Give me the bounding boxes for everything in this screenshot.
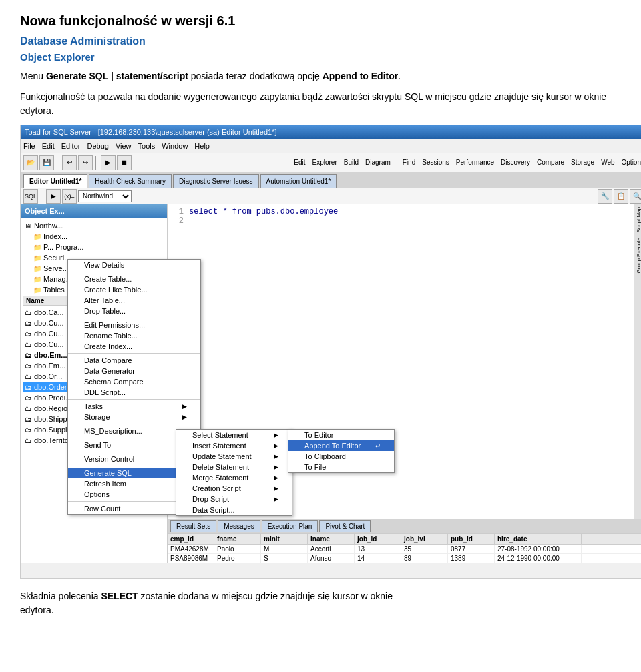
obj-item-region[interactable]: 🗂 dbo.Region bbox=[23, 403, 164, 414]
screenshot: Toad for SQL Server - [192.168.230.133\q… bbox=[20, 125, 641, 579]
toolbar-open[interactable]: 📂 bbox=[23, 155, 38, 170]
obj-item-securi[interactable]: 📁 Securi... bbox=[33, 252, 164, 263]
table-icon-9: 🗂 bbox=[23, 393, 33, 402]
obj-item-suppliers[interactable]: 🗂 dbo.Suppliers bbox=[23, 424, 164, 435]
obj-label-shippers: dbo.Shippers bbox=[34, 415, 77, 423]
obj-item-products[interactable]: 🗂 dbo.Products bbox=[23, 392, 164, 403]
group-execute-label: Group Execute bbox=[634, 235, 641, 276]
grid-row-1: PMA42628M Paolo M Accorti 13 35 0877 27-… bbox=[168, 545, 641, 554]
menu-debug[interactable]: Debug bbox=[87, 142, 108, 150]
tab-messages[interactable]: Messages bbox=[218, 520, 260, 532]
obj-item-cu3[interactable]: 🗂 dbo.Cu... bbox=[23, 339, 164, 350]
footer-content: Składnia polecenia SELECT zostanie dodan… bbox=[20, 591, 393, 601]
obj-item-orders[interactable]: 🗂 dbo.Orders bbox=[23, 382, 164, 392]
obj-label-orders: dbo.Orders bbox=[34, 383, 71, 391]
tab-execution-plan[interactable]: Execution Plan bbox=[262, 520, 318, 532]
obj-label-em1: dbo.Em... bbox=[34, 351, 67, 359]
toolbar2-btn1[interactable]: SQL bbox=[23, 189, 38, 204]
obj-item-em2[interactable]: 🗂 dbo.Em... bbox=[23, 360, 164, 371]
footer-text: Składnia polecenia SELECT zostanie dodan… bbox=[20, 589, 621, 617]
obj-item-serve[interactable]: 📁 Serve... bbox=[33, 263, 164, 274]
tab-automation[interactable]: Automation Untitled1* bbox=[260, 174, 337, 188]
obj-label-cu1: dbo.Cu... bbox=[34, 319, 64, 327]
obj-item-ca[interactable]: 🗂 dbo.Ca... bbox=[23, 307, 164, 318]
obj-item-em1[interactable]: 🗂 dbo.Em... bbox=[23, 350, 164, 360]
server-icon: 🖥 bbox=[23, 221, 33, 230]
obj-item-index[interactable]: 📁 Index... bbox=[33, 231, 164, 242]
menu-edit[interactable]: Edit bbox=[42, 142, 55, 150]
menu-file[interactable]: File bbox=[23, 142, 35, 150]
toolbar-label-edit: Edit bbox=[294, 159, 305, 166]
obj-item-cu2[interactable]: 🗂 dbo.Cu... bbox=[23, 328, 164, 339]
toolbar-stop[interactable]: ⏹ bbox=[117, 155, 132, 170]
tab-pivot-chart[interactable]: Pivot & Chart bbox=[319, 520, 371, 532]
tab-healthcheck[interactable]: Health Check Summary bbox=[89, 174, 172, 188]
table-icon-12: 🗂 bbox=[23, 425, 33, 434]
cell-hiredate-1: 27-08-1992 00:00:00 bbox=[495, 545, 582, 553]
toolbar-label-storage: Storage bbox=[571, 159, 594, 166]
obj-item-tables[interactable]: 📁 Tables bbox=[33, 284, 164, 295]
description1-rest: posiada teraz dodatkową opcję Append to … bbox=[191, 71, 401, 81]
tab-editor[interactable]: Editor Untitled1* bbox=[23, 174, 87, 188]
section-title: Database Administration bbox=[20, 35, 621, 47]
menu-view[interactable]: View bbox=[116, 142, 132, 150]
obj-item-progra[interactable]: 📁 P... Progra... bbox=[33, 242, 164, 252]
menu-editor[interactable]: Editor bbox=[61, 142, 81, 150]
obj-label-territories: dbo.Territories bbox=[34, 436, 81, 444]
obj-item-cu1[interactable]: 🗂 dbo.Cu... bbox=[23, 318, 164, 328]
tab-result-sets[interactable]: Result Sets bbox=[170, 520, 216, 532]
cell-lname-1: Accorti bbox=[308, 545, 355, 553]
toolbar-run[interactable]: ▶ bbox=[101, 155, 116, 170]
cell-fname-2: Pedro bbox=[214, 554, 261, 563]
folder-icon-2: 📁 bbox=[33, 242, 42, 252]
toolbar2-btn2[interactable]: ▶ bbox=[46, 189, 61, 204]
toolbar-label-build: Build bbox=[344, 159, 359, 166]
folder-icon-3: 📁 bbox=[33, 253, 42, 262]
obj-item-or1[interactable]: 🗂 dbo.Or... bbox=[23, 371, 164, 382]
script-map-label: Script Map bbox=[634, 204, 641, 235]
generate-sql-bold: Generate SQL | statement/script bbox=[46, 71, 188, 81]
cell-jobid-2: 14 bbox=[355, 554, 401, 563]
cell-pubid-1: 0877 bbox=[448, 545, 495, 553]
toolbar2-icon2[interactable]: 📋 bbox=[614, 189, 628, 204]
cell-fname-1: Paolo bbox=[214, 545, 261, 553]
folder-icon-5: 📁 bbox=[33, 274, 42, 284]
table-icon-6: 🗂 bbox=[23, 361, 33, 370]
menu-tools[interactable]: Tools bbox=[138, 142, 156, 150]
menu-window[interactable]: Window bbox=[162, 142, 188, 150]
col-name: Name bbox=[26, 297, 44, 304]
toolbar-undo[interactable]: ↩ bbox=[62, 155, 77, 170]
db-selector[interactable]: Northwind bbox=[78, 190, 132, 202]
toolbar2-icon3[interactable]: 🔍 bbox=[630, 189, 641, 204]
obj-item-manag[interactable]: 📁 Manag... bbox=[33, 274, 164, 284]
toolbar-redo[interactable]: ↪ bbox=[78, 155, 93, 170]
footer-select-bold: SELECT bbox=[101, 591, 138, 601]
obj-item-territories[interactable]: 🗂 dbo.Territories bbox=[23, 435, 164, 446]
menu-help[interactable]: Help bbox=[194, 142, 210, 150]
folder-icon-tables: 📁 bbox=[33, 285, 42, 294]
toolbar2-btn3[interactable]: (x)= bbox=[62, 189, 77, 204]
table-icon-2: 🗂 bbox=[23, 318, 33, 328]
obj-label-index: Index... bbox=[43, 232, 67, 240]
obj-tree: 🖥 Northw... 📁 Index... 📁 P... Progra... … bbox=[21, 218, 167, 448]
obj-label-northw: Northw... bbox=[34, 222, 63, 230]
toolbar-label-diagram: Diagram bbox=[365, 159, 391, 166]
obj-item-northw[interactable]: 🖥 Northw... bbox=[23, 220, 164, 231]
obj-explorer-header: Object Ex... bbox=[21, 204, 167, 218]
toolbar-label-performance: Performance bbox=[456, 159, 494, 166]
tab-diagnostic[interactable]: Diagnostic Server Isuess bbox=[173, 174, 259, 188]
cell-lname-2: Afonso bbox=[308, 554, 355, 563]
toolbar2-icon1[interactable]: 🔧 bbox=[598, 189, 612, 204]
menu-bar: File Edit Editor Debug View Tools Window… bbox=[21, 139, 641, 153]
grid-header: emp_id fname minit lname job_id job_lvl … bbox=[168, 534, 641, 545]
window-title: Toad for SQL Server - [192.168.230.133\q… bbox=[25, 128, 276, 136]
data-grid: emp_id fname minit lname job_id job_lvl … bbox=[168, 533, 641, 563]
toolbar-save[interactable]: 💾 bbox=[39, 155, 54, 170]
obj-item-shippers[interactable]: 🗂 dbo.Shippers bbox=[23, 414, 164, 424]
sql-content: select * from pubs.dbo.employee bbox=[189, 207, 338, 226]
bottom-tab-bar: Result Sets Messages Execution Plan Pivo… bbox=[168, 519, 641, 533]
obj-label-or1: dbo.Or... bbox=[34, 372, 62, 380]
editor-area[interactable]: 1 2 select * from pubs.dbo.employee bbox=[168, 204, 634, 519]
toolbar-label-options: Options bbox=[622, 159, 641, 166]
obj-label-cu2: dbo.Cu... bbox=[34, 330, 64, 338]
